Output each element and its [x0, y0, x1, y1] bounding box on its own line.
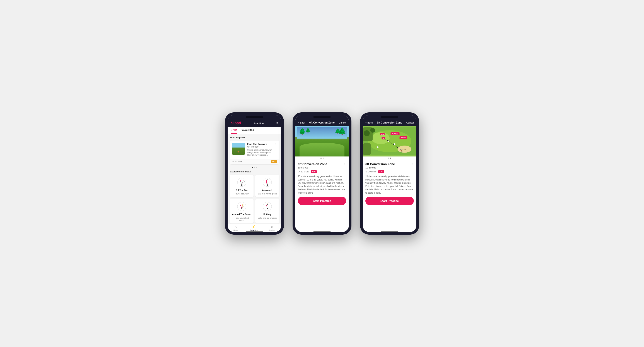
nav-activities[interactable]: ⚡ Activities: [250, 225, 258, 231]
p3-drill-title-block: 6ft Conversion Zone 10-50 yds: [366, 162, 395, 169]
p2-title: 6ft Conversion Zone: [309, 121, 335, 124]
drill-title: 6ft Conversion Zone: [298, 162, 327, 166]
skill-name-arg: Around The Green: [232, 213, 251, 216]
svg-text:ROUGH: ROUGH: [401, 137, 406, 139]
card-info: Find The Fairway Off The Tee ☆ Create an…: [247, 143, 277, 156]
skill-card-approach[interactable]: Approach Dial-in to hit the green: [255, 175, 279, 197]
putting-icon: [262, 201, 273, 212]
p3-start-practice-button[interactable]: Start Practice: [366, 197, 414, 205]
p3-title: 6ft Conversion Zone: [377, 121, 402, 124]
cancel-button[interactable]: Cancel: [339, 121, 346, 124]
svg-point-7: [240, 180, 241, 181]
card-title: Find The Fairway: [247, 143, 267, 145]
p3-drill-tag: ARG: [378, 170, 384, 173]
phone-1: clippd Practice ≡ Drills Favourites Most…: [225, 112, 284, 235]
p3-cancel-button[interactable]: Cancel: [406, 121, 414, 124]
carousel-dots: [230, 166, 279, 169]
p1-header-title: Practice: [254, 122, 264, 125]
svg-point-29: [267, 205, 268, 205]
svg-point-14: [266, 180, 267, 180]
drill-hero-image: 🌲 🌲 🌲 🌲 🏌️: [295, 126, 349, 156]
bottom-nav: ⌂ Home ⚡ Activities ⊕ Capture: [228, 224, 281, 232]
svg-text:SAND: SAND: [402, 149, 406, 151]
p3-drill-shots: ⏱ 20 shots: [366, 170, 376, 173]
phone-3-screen: < Back 6ft Conversion Zone Cancel: [363, 115, 416, 232]
svg-text:Hit: Hit: [382, 138, 384, 139]
p3-fav-icon[interactable]: ☆: [411, 162, 414, 166]
favourite-icon[interactable]: ☆: [274, 143, 277, 148]
skill-desc-approach: Dial-in to hit the green: [258, 193, 277, 195]
nav-capture[interactable]: ⊕ Capture: [269, 225, 275, 231]
card-subtitle: Off The Tee: [247, 146, 267, 148]
img-dot-1: [320, 158, 322, 159]
p3-drill-meta: ⏱ 20 shots ARG: [366, 170, 414, 173]
skill-desc-arg: Hone your short game: [232, 217, 251, 221]
nav-home-label: Home: [234, 229, 238, 231]
phone-2: < Back 6ft Conversion Zone Cancel 🌲 🌲 🌲 …: [292, 112, 352, 235]
p3-image-dots: [363, 156, 416, 160]
start-practice-button[interactable]: Start Practice: [298, 197, 346, 205]
p1-header: clippd Practice ≡: [228, 115, 281, 127]
drill-tag: ARG: [311, 170, 317, 173]
img-dot-2: [323, 158, 324, 159]
svg-point-16: [238, 202, 246, 211]
svg-text:Miss: Miss: [381, 134, 384, 135]
drill-header: 6ft Conversion Zone 10-50 yds ☆: [298, 162, 346, 169]
p3-drill-range: 10-50 yds: [366, 166, 395, 169]
p3-back-button[interactable]: < Back: [366, 121, 373, 124]
p3-img-dot-2: [390, 158, 391, 159]
arg-icon: [236, 201, 247, 212]
card-image: 🏌️: [232, 143, 245, 155]
dot-3: [256, 167, 257, 168]
skill-card-arg[interactable]: Around The Green Hone your short game: [230, 199, 254, 223]
svg-point-37: [370, 128, 375, 133]
dot-1: [252, 167, 253, 168]
shots-count: ⏱ 10 shots: [232, 161, 242, 163]
skill-card-putting[interactable]: Putting Make and lag practice: [255, 199, 279, 223]
phone-1-screen: clippd Practice ≡ Drills Favourites Most…: [228, 115, 281, 232]
card-footer: ⏱ 10 shots OTT: [230, 159, 279, 164]
drill-body: 6ft Conversion Zone 10-50 yds ☆ ⏱ 20 sho…: [295, 160, 349, 232]
p3-drill-header: 6ft Conversion Zone 10-50 yds ☆: [366, 162, 414, 169]
nav-capture-label: Capture: [269, 229, 275, 231]
skill-name-ott: Off The Tee: [236, 189, 248, 191]
skill-desc-putting: Make and lag practice: [258, 217, 277, 219]
dot-2: [254, 167, 255, 168]
clock-icon-3: ⏱: [366, 170, 368, 173]
phone-3: < Back 6ft Conversion Zone Cancel: [360, 112, 419, 235]
p3-drill-description: 20 shots are randomly generated at dista…: [366, 175, 414, 194]
skill-grid: Off The Tee Power accuracy: [230, 175, 279, 223]
nav-home[interactable]: ⌂ Home: [234, 225, 238, 231]
drill-title-block: 6ft Conversion Zone 10-50 yds: [298, 162, 327, 169]
drill-description: 20 shots are randomly generated at dista…: [298, 175, 346, 194]
tab-drills[interactable]: Drills: [231, 127, 237, 134]
svg-point-27: [267, 204, 268, 204]
nav-activities-label: Activities: [250, 229, 258, 231]
course-map-svg: FAIRWAY ROUGH Miss Hit 🏌️ SAND: [363, 126, 416, 156]
explore-label: Explore skill areas: [230, 170, 279, 173]
svg-point-26: [266, 205, 267, 206]
p3-drill-title: 6ft Conversion Zone: [366, 162, 395, 166]
skill-card-ott[interactable]: Off The Tee Power accuracy: [230, 175, 254, 197]
image-dots: [295, 156, 349, 160]
phone-2-screen: < Back 6ft Conversion Zone Cancel 🌲 🌲 🌲 …: [295, 115, 349, 232]
tab-favourites[interactable]: Favourites: [241, 127, 254, 134]
p1-content: Most Popular 🏌️ Find: [228, 134, 281, 224]
clock-icon-2: ⏱: [298, 170, 300, 173]
app-logo: clippd: [231, 121, 241, 125]
featured-drill-card[interactable]: 🏌️ Find The Fairway Off The Tee ☆: [230, 141, 279, 164]
svg-text:FAIRWAY: FAIRWAY: [392, 133, 398, 135]
capture-icon: ⊕: [271, 225, 274, 229]
menu-icon[interactable]: ≡: [276, 121, 278, 125]
svg-point-50: [394, 143, 395, 145]
svg-rect-35: [363, 143, 370, 155]
p2-fav-icon[interactable]: ☆: [343, 162, 346, 166]
drill-range: 10-50 yds: [298, 166, 327, 169]
card-description: Create an imaginary fairway using trees …: [247, 149, 277, 156]
skill-name-putting: Putting: [263, 213, 271, 216]
most-popular-label: Most Popular: [230, 136, 279, 139]
drill-shots: ⏱ 20 shots: [298, 170, 309, 173]
clock-icon: ⏱: [232, 161, 234, 163]
activities-icon: ⚡: [252, 225, 256, 229]
back-button[interactable]: < Back: [298, 121, 305, 124]
